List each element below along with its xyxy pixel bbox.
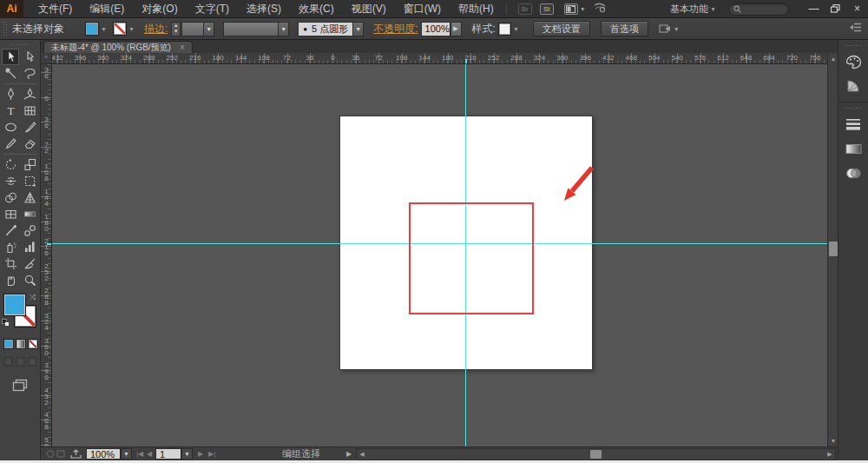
fill-color-swatch[interactable] [85,22,99,36]
style-swatch[interactable] [498,23,511,36]
menu-item[interactable]: 编辑(E) [81,0,133,18]
menu-item[interactable]: 文字(T) [187,0,238,18]
close-icon[interactable]: × [180,43,185,52]
chevron-down-icon[interactable]: ▼ [580,6,586,12]
panel-grip[interactable] [10,43,30,47]
gesture-icon[interactable] [593,1,607,17]
ellipse-tool[interactable] [2,119,19,136]
screen-mode-icon[interactable] [12,379,40,395]
eraser-tool[interactable] [21,136,38,152]
menu-item[interactable]: 效果(C) [290,0,343,18]
type-tool[interactable]: T [2,103,19,119]
opacity-label[interactable]: 不透明度: [373,22,418,36]
chevron-down-icon[interactable]: ▼ [710,6,716,12]
stroke-weight-combo[interactable]: ▼ [181,22,214,36]
menu-item[interactable]: 视图(V) [343,0,395,18]
lasso-tool[interactable] [21,65,38,82]
status-expand-icon[interactable]: ▶ [346,448,352,460]
rectangular-grid-tool[interactable] [21,103,38,119]
close-button[interactable]: × [846,1,868,17]
chevron-down-icon[interactable]: ▼ [672,26,681,32]
vertical-scroll-thumb[interactable] [829,241,838,256]
swap-fill-stroke-icon[interactable]: ⤨ [30,293,36,302]
stroke-weight-stepper[interactable]: ▲▼ [171,22,181,36]
default-fill-stroke-icon[interactable] [2,319,10,327]
menu-item[interactable]: 帮助(H) [450,0,503,18]
export-icon[interactable] [70,448,82,460]
zoom-level-field[interactable]: 100% [86,448,121,460]
stroke-color-swatch[interactable] [113,22,127,36]
first-artboard-icon[interactable]: |◀ [136,448,143,460]
chevron-down-icon[interactable]: ▼ [203,23,214,36]
stroke-panel-icon[interactable] [843,114,864,135]
width-tool[interactable] [2,173,19,189]
hand-tool[interactable] [2,272,19,288]
curvature-tool[interactable] [21,86,38,103]
opacity-arrow-button[interactable]: ▶ [450,22,462,36]
arrange-documents-icon[interactable] [564,3,578,15]
canvas[interactable] [52,64,827,446]
mesh-tool[interactable] [2,206,19,222]
panel-grip[interactable] [3,21,7,36]
document-setup-button[interactable]: 文档设置 [533,21,590,36]
opacity-combo[interactable]: 100% [421,22,450,36]
rotate-tool[interactable] [2,156,19,173]
horizontal-scroll-thumb[interactable] [590,450,602,459]
draw-inside-icon[interactable] [28,357,37,367]
search-input[interactable] [728,3,789,16]
symbol-sprayer-tool[interactable] [2,239,19,255]
vertical-ruler[interactable]: 3 603 67 21 0 81 4 41 8 02 1 62 5 22 8 8… [41,64,52,446]
scroll-left-icon[interactable]: ◀ [357,449,367,460]
selection-tool[interactable] [2,49,19,65]
panel-grip[interactable] [845,107,862,110]
artboard-tool[interactable] [2,255,19,272]
scale-tool[interactable] [21,156,38,173]
document-tab[interactable]: 未标题-4* @ 100% (RGB/预览) × [43,41,193,53]
zoom-tool[interactable] [21,272,38,288]
eyedropper-tool[interactable] [2,222,19,239]
gradient-panel-icon[interactable] [843,138,864,159]
bridge-icon[interactable]: Br [518,3,532,15]
stroke-weight-label[interactable]: 描边: [144,22,168,36]
next-artboard-icon[interactable]: ▶ [198,448,203,460]
color-guide-panel-icon[interactable] [843,76,864,96]
artboard-dropdown-icon[interactable]: ▼ [181,448,193,460]
blend-tool[interactable] [21,222,38,239]
column-graph-tool[interactable] [21,239,38,255]
variable-width-combo[interactable]: ▼ [223,22,289,36]
direct-selection-tool[interactable] [21,49,38,65]
slice-tool[interactable] [21,255,38,272]
paintbrush-tool[interactable] [21,119,38,136]
chevron-down-icon[interactable]: ▼ [278,23,288,36]
pen-tool[interactable] [2,86,19,103]
gradient-button[interactable] [16,339,26,349]
color-button[interactable] [3,339,14,349]
draw-normal-icon[interactable] [3,357,13,367]
draw-behind-icon[interactable] [16,357,25,367]
perspective-grid-tool[interactable] [21,189,38,206]
prev-artboard-icon[interactable]: ◀ [147,448,152,460]
transparency-panel-icon[interactable] [843,162,864,183]
preferences-button[interactable]: 首选项 [601,21,648,36]
panel-grip[interactable] [845,44,862,48]
magic-wand-tool[interactable] [2,65,19,82]
current-tool-indicator[interactable]: 编组选择 [240,448,362,460]
drawn-rectangle[interactable] [409,202,534,314]
chevron-down-icon[interactable]: ▼ [511,26,521,32]
chevron-down-icon[interactable]: ▼ [127,26,136,32]
color-panel-icon[interactable] [843,51,864,72]
scroll-right-icon[interactable]: ▶ [825,449,835,460]
fill-swatch[interactable] [3,294,26,316]
chevron-down-icon[interactable]: ▼ [352,23,363,36]
minimize-button[interactable]: — [803,1,825,17]
free-transform-tool[interactable] [21,173,38,189]
gradient-tool[interactable] [21,206,38,222]
stock-icon[interactable]: St [540,3,554,15]
menu-item[interactable]: 选择(S) [238,0,290,18]
horizontal-ruler[interactable]: 4323963603242882522161801441087236036721… [52,53,827,64]
vertical-scrollbar[interactable]: ▲ ▼ [827,53,838,446]
zoom-dropdown-icon[interactable]: ▼ [121,448,132,460]
brush-definition-combo[interactable]: ● 5 点圆形 ▼ [298,22,364,36]
menu-item[interactable]: 文件(F) [30,0,81,18]
last-artboard-icon[interactable]: ▶| [208,448,215,460]
